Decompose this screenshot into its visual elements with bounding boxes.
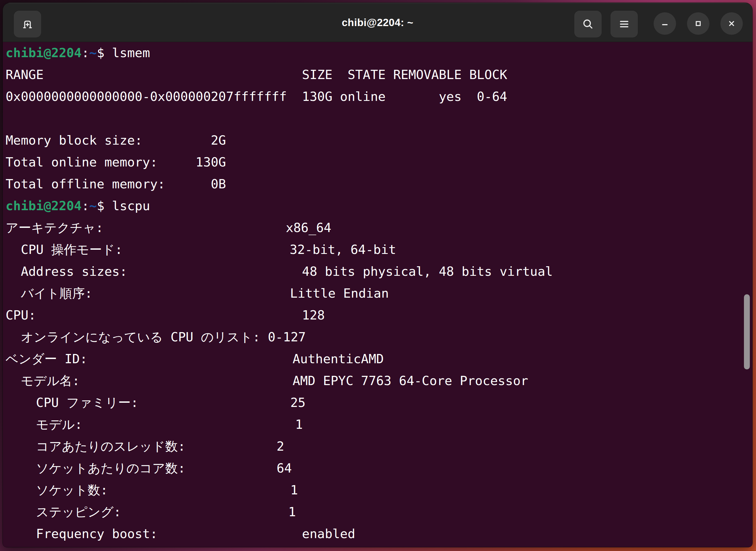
search-icon — [581, 18, 594, 31]
terminal-output-line: Total offline memory: 0B — [6, 173, 752, 195]
terminal-output-line: CPU 最大 MHz: — [6, 545, 752, 547]
new-tab-icon — [21, 18, 34, 31]
close-icon — [726, 18, 737, 29]
terminal-output-line: CPU ファミリー: 25 — [6, 392, 752, 414]
terminal-output-line: ステッピング: 1 — [6, 501, 752, 523]
prompt-command: $ lscpu — [97, 198, 150, 213]
scrollbar-thumb[interactable] — [744, 294, 750, 369]
terminal-window: chibi@2204: ~ — [3, 3, 752, 547]
maximize-icon — [693, 18, 704, 29]
terminal-output-line: RANGE SIZE STATE REMOVABLE BLOCK — [6, 64, 752, 86]
terminal-output-line: ソケット数: 1 — [6, 479, 752, 501]
terminal-output-line — [6, 108, 752, 129]
search-button[interactable] — [574, 10, 602, 38]
terminal-output-line: CPU 操作モード: 32-bit, 64-bit — [6, 239, 752, 260]
terminal-output-line: ソケットあたりのコア数: 64 — [6, 457, 752, 479]
close-button[interactable] — [720, 12, 743, 35]
terminal-output-line: モデル: 1 — [6, 414, 752, 436]
terminal-output-line: Memory block size: 2G — [6, 129, 752, 151]
menu-button[interactable] — [610, 10, 638, 38]
minimize-button[interactable] — [654, 12, 676, 35]
maximize-button[interactable] — [687, 12, 709, 35]
terminal-output-line: ベンダー ID: AuthenticAMD — [6, 348, 752, 370]
terminal-screen[interactable]: chibi@2204:~$ lsmemRANGE SIZE STATE REMO… — [3, 42, 752, 547]
hamburger-menu-icon — [618, 18, 631, 31]
terminal-output-line: CPU: 128 — [6, 305, 752, 326]
terminal-output-line: モデル名: AMD EPYC 7763 64-Core Processor — [6, 370, 752, 392]
prompt-cwd: ~ — [89, 198, 97, 213]
terminal-output-line: Total online memory: 130G — [6, 151, 752, 173]
terminal-output-line: コアあたりのスレッド数: 2 — [6, 436, 752, 457]
minimize-icon — [659, 18, 671, 29]
terminal-output-line: バイト順序: Little Endian — [6, 283, 752, 305]
headerbar: chibi@2204: ~ — [3, 3, 752, 42]
prompt-cwd: ~ — [89, 45, 97, 60]
terminal-output-line: Address sizes: 48 bits physical, 48 bits… — [6, 260, 752, 283]
terminal-prompt-line: chibi@2204:~$ lsmem — [6, 42, 752, 64]
prompt-user-host: chibi@2204 — [6, 198, 82, 213]
terminal-output-line: アーキテクチャ: x86_64 — [6, 217, 752, 239]
terminal-output-line: 0x0000000000000000-0x000000207fffffff 13… — [6, 86, 752, 108]
prompt-user-host: chibi@2204 — [6, 45, 82, 60]
terminal-prompt-line: chibi@2204:~$ lscpu — [6, 195, 752, 217]
terminal-output-line: オンラインになっている CPU のリスト: 0-127 — [6, 326, 752, 348]
terminal-output-line: Frequency boost: enabled — [6, 523, 752, 545]
window-title: chibi@2204: ~ — [3, 3, 752, 42]
new-tab-button[interactable] — [13, 10, 41, 38]
prompt-separator: : — [82, 198, 89, 213]
prompt-command: $ lsmem — [97, 45, 150, 60]
prompt-separator: : — [82, 45, 89, 60]
terminal-output: chibi@2204:~$ lsmemRANGE SIZE STATE REMO… — [6, 42, 752, 547]
